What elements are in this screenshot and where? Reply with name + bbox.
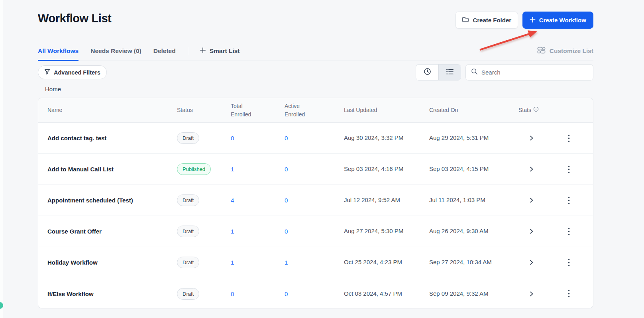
table-row[interactable]: Holiday Workflow Draft 1 1 Oct 25 2024, … — [38, 247, 593, 278]
list-controls — [416, 64, 593, 80]
chevron-right-icon[interactable] — [526, 226, 538, 238]
create-folder-label: Create Folder — [473, 17, 511, 24]
active-enrolled-link[interactable]: 0 — [285, 197, 288, 204]
kebab-menu-icon[interactable] — [563, 163, 575, 175]
col-last-updated: Last Updated — [344, 106, 429, 114]
kebab-menu-icon[interactable] — [563, 194, 575, 206]
status-badge: Draft — [177, 288, 199, 300]
chevron-right-icon[interactable] — [526, 194, 538, 206]
status-badge: Draft — [177, 257, 199, 268]
status-badge: Draft — [177, 226, 199, 237]
total-enrolled-link[interactable]: 4 — [231, 197, 234, 204]
header-actions: Create Folder Create Workflow — [456, 12, 593, 29]
chevron-right-icon[interactable] — [526, 132, 538, 144]
table-header: Name Status Total Enrolled Active Enroll… — [38, 98, 593, 123]
kebab-menu-icon[interactable] — [563, 132, 575, 144]
total-enrolled-link[interactable]: 1 — [231, 166, 234, 173]
last-updated: Oct 03 2024, 4:57 PM — [344, 289, 402, 298]
status-badge: Draft — [177, 194, 199, 206]
customize-list-label: Customize List — [550, 47, 593, 55]
last-updated: Oct 25 2024, 4:23 PM — [344, 258, 402, 267]
table-row[interactable]: If/Else Workflow Draft 0 0 Oct 03 2024, … — [38, 278, 593, 308]
create-workflow-label: Create Workflow — [539, 17, 586, 24]
active-enrolled-link[interactable]: 0 — [285, 228, 288, 235]
table-row[interactable]: Add to Manual Call List Published 1 0 Se… — [38, 154, 593, 185]
list-view-icon — [446, 69, 454, 77]
left-edge-strip — [0, 0, 3, 318]
created-on: Jul 11 2024, 1:03 PM — [429, 196, 485, 205]
col-name: Name — [47, 106, 177, 114]
total-enrolled-link[interactable]: 1 — [231, 228, 234, 235]
advanced-filters-label: Advanced Filters — [54, 69, 100, 76]
active-enrolled-link[interactable]: 0 — [285, 135, 288, 141]
workflow-name[interactable]: Add to Manual Call List — [47, 166, 177, 173]
create-workflow-button[interactable]: Create Workflow — [522, 12, 593, 29]
total-enrolled-link[interactable]: 1 — [231, 259, 234, 266]
search-box — [465, 64, 593, 80]
plus-icon — [200, 47, 206, 55]
advanced-filters-button[interactable]: Advanced Filters — [38, 65, 107, 79]
last-updated: Aug 27 2024, 5:30 PM — [344, 227, 403, 236]
col-created-on: Created On — [429, 106, 518, 114]
created-on: Sep 03 2024, 4:15 PM — [429, 165, 489, 174]
smart-list-button[interactable]: Smart List — [200, 47, 240, 55]
tab-divider — [188, 47, 188, 55]
total-enrolled-link[interactable]: 0 — [231, 291, 234, 297]
workflow-name[interactable]: Add contact tag. test — [47, 135, 177, 141]
history-view-toggle[interactable] — [416, 65, 438, 80]
workflow-table: Name Status Total Enrolled Active Enroll… — [38, 98, 593, 308]
created-on: Aug 29 2024, 5:31 PM — [429, 133, 489, 143]
workflow-name[interactable]: If/Else Workflow — [47, 291, 177, 297]
create-folder-icon — [462, 16, 469, 24]
kebab-menu-icon[interactable] — [563, 288, 575, 300]
table-row[interactable]: Add contact tag. test Draft 0 0 Aug 30 2… — [38, 123, 593, 154]
list-view-toggle[interactable] — [438, 65, 461, 80]
clock-icon — [424, 68, 431, 77]
status-badge: Published — [177, 163, 211, 175]
col-active-enrolled: Active Enrolled — [285, 102, 309, 118]
chevron-right-icon[interactable] — [526, 163, 538, 175]
smart-list-label: Smart List — [210, 47, 240, 55]
col-total-enrolled: Total Enrolled — [231, 102, 255, 118]
last-updated: Jul 12 2024, 9:52 AM — [344, 196, 400, 205]
status-badge: Draft — [177, 132, 199, 144]
view-toggle-group — [416, 64, 461, 80]
created-on: Aug 26 2024, 9:30 AM — [429, 227, 488, 236]
breadcrumb[interactable]: Home — [45, 86, 61, 92]
create-folder-button[interactable]: Create Folder — [456, 12, 518, 29]
search-input[interactable] — [481, 69, 588, 76]
customize-list-icon — [537, 46, 546, 56]
last-updated: Aug 30 2024, 3:32 PM — [344, 133, 403, 143]
last-updated: Sep 03 2024, 4:16 PM — [344, 165, 403, 174]
tab-deleted[interactable]: Deleted — [153, 41, 176, 61]
customize-list-button[interactable]: Customize List — [537, 46, 593, 56]
col-stats: Stats — [518, 106, 531, 114]
tab-bar: All Workflows Needs Review (0) Deleted S… — [38, 41, 593, 61]
chevron-right-icon[interactable] — [526, 257, 538, 269]
tab-all-workflows[interactable]: All Workflows — [38, 41, 79, 61]
total-enrolled-link[interactable]: 0 — [231, 135, 234, 141]
chevron-right-icon[interactable] — [526, 288, 538, 300]
kebab-menu-icon[interactable] — [563, 257, 575, 269]
page-title: Workflow List — [38, 12, 111, 25]
table-row[interactable]: Appointment scheduled (Test) Draft 4 0 J… — [38, 185, 593, 216]
active-enrolled-link[interactable]: 0 — [285, 291, 288, 297]
info-icon[interactable] — [533, 106, 539, 114]
active-enrolled-link[interactable]: 0 — [285, 166, 288, 173]
tab-needs-review[interactable]: Needs Review (0) — [90, 41, 141, 61]
workflow-name[interactable]: Course Grant Offer — [47, 228, 177, 235]
workflow-name[interactable]: Appointment scheduled (Test) — [47, 197, 177, 204]
workflow-name[interactable]: Holiday Workflow — [47, 259, 177, 266]
active-enrolled-link[interactable]: 1 — [285, 259, 288, 266]
created-on: Sep 09 2024, 9:32 AM — [429, 289, 488, 298]
col-status: Status — [177, 106, 231, 114]
table-row[interactable]: Course Grant Offer Draft 1 0 Aug 27 2024… — [38, 216, 593, 247]
search-icon — [471, 68, 478, 77]
filter-funnel-icon — [44, 69, 50, 76]
plus-icon — [530, 17, 536, 24]
kebab-menu-icon[interactable] — [563, 226, 575, 238]
filter-row: Advanced Filters — [38, 64, 593, 80]
created-on: Sep 27 2024, 10:34 AM — [429, 258, 492, 267]
